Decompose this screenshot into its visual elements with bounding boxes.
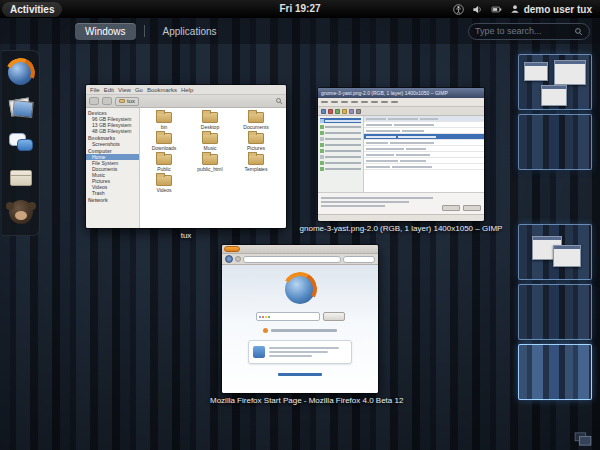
monkey-app-icon[interactable] bbox=[8, 200, 34, 226]
window-caption-firefox: Mozilla Firefox Start Page - Mozilla Fir… bbox=[210, 396, 390, 405]
overview-tabs: Windows Applications bbox=[75, 23, 227, 40]
clock-button[interactable]: Fri 19:27 bbox=[279, 0, 320, 18]
gimp-canvas bbox=[318, 116, 484, 192]
chat-app-icon[interactable] bbox=[8, 130, 34, 156]
files-menubar: FileEditViewGoBookmarksHelp bbox=[86, 85, 286, 95]
workspace-thumbnail-5[interactable] bbox=[518, 344, 592, 400]
files-toolbar: tux bbox=[86, 95, 286, 108]
yast-detail-pane bbox=[318, 192, 484, 214]
back-button bbox=[89, 97, 99, 105]
yast-cancel-button bbox=[442, 205, 460, 211]
start-page-infobox bbox=[248, 340, 352, 364]
gimp-statusbar bbox=[318, 214, 484, 221]
gimp-toolbar bbox=[318, 107, 484, 116]
windows-overlay-corner-icon[interactable] bbox=[574, 432, 592, 446]
window-gimp-thumbnail[interactable]: gnome-3-yast.png-2.0 (RGB, 1 layer) 1400… bbox=[318, 88, 484, 221]
forward-button bbox=[235, 256, 241, 262]
user-avatar-icon bbox=[510, 4, 520, 14]
folder-item: public_html bbox=[188, 154, 232, 172]
folder-item: Templates bbox=[234, 154, 278, 172]
tab-applications[interactable]: Applications bbox=[153, 23, 227, 40]
breadcrumb: tux bbox=[115, 97, 139, 106]
yast-accept-button bbox=[463, 205, 481, 211]
gnome-shell-overview: Activities Fri 19:27 demo user tux Windo… bbox=[0, 0, 600, 450]
forward-button bbox=[102, 97, 112, 105]
accessibility-icon[interactable] bbox=[453, 4, 464, 15]
package-app-icon[interactable] bbox=[8, 165, 34, 191]
notice-icon bbox=[263, 328, 268, 333]
google-search-input bbox=[256, 312, 320, 321]
volume-icon[interactable] bbox=[472, 4, 483, 15]
files-sidebar: Devices 96 GB Filesystem 13 GB Filesyste… bbox=[86, 108, 140, 228]
files-icon-grid: bin Desktop Documents Downloads Music Pi… bbox=[140, 108, 286, 228]
files-search-icon bbox=[275, 97, 283, 105]
tab-windows[interactable]: Windows bbox=[75, 23, 136, 40]
top-bar: Activities Fri 19:27 demo user tux bbox=[0, 0, 600, 18]
window-firefox-thumbnail[interactable] bbox=[222, 245, 378, 393]
workspace-thumbnail-4[interactable] bbox=[518, 284, 592, 340]
back-button bbox=[225, 255, 233, 263]
workspace-thumbnail-2[interactable] bbox=[518, 114, 592, 170]
google-search-button bbox=[323, 312, 345, 321]
search-icon bbox=[574, 27, 583, 36]
folder-item: Videos bbox=[142, 175, 186, 193]
infobox-icon bbox=[253, 346, 265, 358]
workspace-thumbnail-3[interactable] bbox=[518, 224, 592, 280]
yast-side-list bbox=[318, 116, 364, 192]
gimp-menubar bbox=[318, 98, 484, 107]
firefox-menu-button bbox=[224, 246, 240, 252]
gimp-titlebar: gnome-3-yast.png-2.0 (RGB, 1 layer) 1400… bbox=[318, 88, 484, 98]
photos-app-icon[interactable] bbox=[8, 95, 34, 121]
window-files-thumbnail[interactable]: FileEditViewGoBookmarksHelp tux Devices … bbox=[86, 85, 286, 228]
window-caption-gimp: gnome-3-yast.png-2.0 (RGB, 1 layer) 1400… bbox=[298, 224, 504, 233]
activities-button[interactable]: Activities bbox=[2, 2, 62, 17]
url-field bbox=[243, 256, 341, 263]
firefox-navbar bbox=[222, 254, 378, 265]
system-status-area: demo user tux bbox=[453, 4, 600, 15]
folder-item: Music bbox=[188, 133, 232, 151]
user-menu-label: demo user tux bbox=[524, 4, 592, 15]
tab-separator bbox=[144, 25, 145, 37]
battery-icon[interactable] bbox=[491, 4, 502, 15]
firefox-titlebar bbox=[222, 245, 378, 254]
user-menu[interactable]: demo user tux bbox=[510, 4, 592, 15]
window-caption-files: tux bbox=[86, 231, 286, 240]
folder-item: Public bbox=[142, 154, 186, 172]
folder-item: Documents bbox=[234, 112, 278, 130]
firefox-icon[interactable] bbox=[8, 60, 34, 86]
dash bbox=[2, 50, 40, 236]
search-input[interactable] bbox=[475, 26, 570, 36]
firefox-logo bbox=[285, 274, 315, 304]
folder-item: Pictures bbox=[234, 133, 278, 151]
start-page-notice bbox=[263, 328, 337, 333]
breadcrumb-label: tux bbox=[127, 98, 135, 104]
folder-item: bin bbox=[142, 112, 186, 130]
browser-search-field bbox=[343, 256, 375, 263]
overview-toolbar: Windows Applications bbox=[0, 18, 600, 44]
folder-item: Downloads bbox=[142, 133, 186, 151]
firefox-start-page bbox=[222, 265, 378, 393]
search-box[interactable] bbox=[468, 23, 590, 40]
workspace-thumbnail-1[interactable] bbox=[518, 54, 592, 110]
start-page-link bbox=[278, 373, 322, 376]
folder-item: Desktop bbox=[188, 112, 232, 130]
folder-icon bbox=[119, 99, 125, 103]
yast-package-table bbox=[364, 116, 484, 192]
